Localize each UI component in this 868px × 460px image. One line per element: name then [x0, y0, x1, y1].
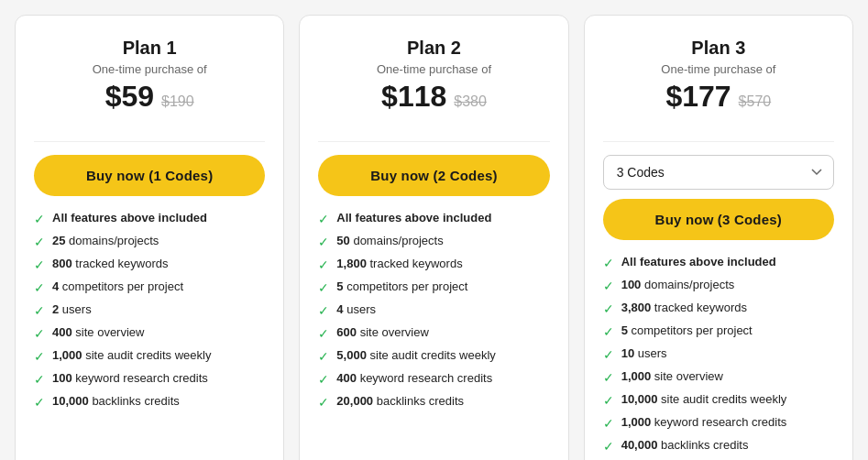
feature-text-plan3-4: 10 users — [621, 346, 667, 360]
plan-header-plan3: Plan 3One-time purchase of$177$570 — [603, 38, 834, 114]
feature-text-plan2-8: 20,000 backlinks credits — [336, 394, 464, 408]
plan-divider-plan1 — [34, 141, 265, 142]
check-icon-plan3-3: ✓ — [603, 324, 614, 339]
feature-item-plan2-0: ✓All features above included — [318, 211, 549, 226]
feature-text-plan1-2: 800 tracked keywords — [52, 257, 168, 270]
check-icon-plan1-6: ✓ — [34, 349, 45, 364]
check-icon-plan1-3: ✓ — [34, 280, 45, 295]
feature-item-plan1-6: ✓1,000 site audit credits weekly — [34, 348, 265, 364]
check-icon-plan1-2: ✓ — [34, 257, 45, 272]
plan-price-row-plan1: $59$190 — [34, 80, 265, 114]
plan-original-price-plan2: $380 — [454, 93, 487, 110]
feature-item-plan2-3: ✓5 competitors per project — [318, 279, 549, 295]
feature-text-plan2-3: 5 competitors per project — [336, 279, 467, 293]
feature-item-plan1-8: ✓10,000 backlinks credits — [34, 394, 265, 410]
check-icon-plan2-8: ✓ — [318, 395, 329, 410]
feature-item-plan3-7: ✓1,000 keyword research credits — [603, 415, 834, 431]
feature-item-plan3-3: ✓5 competitors per project — [603, 323, 834, 339]
plan-price-plan1: $59 — [105, 80, 154, 114]
plan-original-price-plan3: $570 — [739, 93, 772, 110]
codes-selector-plan3[interactable]: 1 Code2 Codes3 Codes — [603, 155, 834, 190]
feature-item-plan1-7: ✓100 keyword research credits — [34, 371, 265, 387]
plan-title-plan3: Plan 3 — [603, 38, 834, 59]
feature-item-plan1-3: ✓4 competitors per project — [34, 279, 265, 295]
feature-text-plan3-5: 1,000 site overview — [621, 369, 723, 383]
buy-button-plan3[interactable]: Buy now (3 Codes) — [603, 199, 834, 240]
buy-button-plan1[interactable]: Buy now (1 Codes) — [34, 155, 265, 196]
features-list-plan1: ✓All features above included✓25 domains/… — [34, 211, 265, 410]
feature-item-plan1-0: ✓All features above included — [34, 211, 265, 226]
plan-subtitle-plan3: One-time purchase of — [603, 62, 834, 76]
plan-subtitle-plan2: One-time purchase of — [318, 62, 549, 76]
check-icon-plan2-2: ✓ — [318, 257, 329, 272]
plan-title-plan2: Plan 2 — [318, 38, 549, 59]
plan-price-plan2: $118 — [381, 80, 446, 114]
feature-text-plan3-6: 10,000 site audit credits weekly — [621, 392, 787, 406]
check-icon-plan1-0: ✓ — [34, 212, 45, 226]
check-icon-plan1-4: ✓ — [34, 303, 45, 318]
plan-price-plan3: $177 — [665, 80, 731, 114]
check-icon-plan2-5: ✓ — [318, 326, 329, 341]
feature-text-plan2-5: 600 site overview — [336, 325, 428, 339]
check-icon-plan3-5: ✓ — [603, 370, 614, 385]
plan-original-price-plan1: $190 — [161, 93, 194, 110]
plan-price-row-plan2: $118$380 — [318, 80, 549, 114]
plan-subtitle-plan1: One-time purchase of — [34, 62, 265, 76]
check-icon-plan3-1: ✓ — [603, 279, 614, 293]
check-icon-plan1-1: ✓ — [34, 235, 45, 249]
feature-text-plan1-4: 2 users — [52, 302, 92, 316]
feature-item-plan3-5: ✓1,000 site overview — [603, 369, 834, 385]
check-icon-plan2-4: ✓ — [318, 303, 329, 318]
plan-card-plan1: Plan 1One-time purchase of$59$190Buy now… — [15, 15, 284, 460]
feature-item-plan3-1: ✓100 domains/projects — [603, 278, 834, 293]
feature-text-plan2-2: 1,800 tracked keywords — [336, 257, 462, 270]
feature-text-plan3-8: 40,000 backlinks credits — [621, 438, 749, 452]
feature-item-plan2-1: ✓50 domains/projects — [318, 234, 549, 249]
feature-text-plan1-5: 400 site overview — [52, 325, 144, 339]
codes-selector-wrap-plan3: 1 Code2 Codes3 Codes — [603, 155, 834, 190]
plan-header-plan1: Plan 1One-time purchase of$59$190 — [34, 38, 265, 114]
feature-item-plan2-5: ✓600 site overview — [318, 325, 549, 341]
feature-text-plan2-6: 5,000 site audit credits weekly — [336, 348, 495, 362]
check-icon-plan1-8: ✓ — [34, 395, 45, 410]
check-icon-plan3-8: ✓ — [603, 439, 614, 454]
feature-text-plan3-7: 1,000 keyword research credits — [621, 415, 787, 429]
plan-header-plan2: Plan 2One-time purchase of$118$380 — [318, 38, 549, 114]
feature-text-plan3-3: 5 competitors per project — [621, 323, 753, 337]
feature-text-plan1-8: 10,000 backlinks credits — [52, 394, 180, 408]
check-icon-plan2-1: ✓ — [318, 235, 329, 249]
check-icon-plan3-4: ✓ — [603, 347, 614, 362]
check-icon-plan3-7: ✓ — [603, 416, 614, 431]
check-icon-plan3-0: ✓ — [603, 256, 614, 270]
feature-text-plan2-1: 50 domains/projects — [336, 234, 443, 247]
plan-card-plan2: Plan 2One-time purchase of$118$380Buy no… — [299, 15, 568, 460]
check-icon-plan2-6: ✓ — [318, 349, 329, 364]
feature-item-plan1-4: ✓2 users — [34, 302, 265, 318]
features-list-plan2: ✓All features above included✓50 domains/… — [318, 211, 549, 410]
feature-text-plan2-7: 400 keyword research credits — [336, 371, 492, 385]
feature-item-plan2-4: ✓4 users — [318, 302, 549, 318]
feature-item-plan3-8: ✓40,000 backlinks credits — [603, 438, 834, 454]
feature-item-plan2-8: ✓20,000 backlinks credits — [318, 394, 549, 410]
feature-item-plan3-2: ✓3,800 tracked keywords — [603, 301, 834, 316]
feature-text-plan3-1: 100 domains/projects — [621, 278, 735, 291]
check-icon-plan3-6: ✓ — [603, 393, 614, 408]
check-icon-plan2-3: ✓ — [318, 280, 329, 295]
plans-container: Plan 1One-time purchase of$59$190Buy now… — [15, 15, 853, 460]
feature-text-plan1-0: All features above included — [52, 211, 207, 225]
plan-divider-plan3 — [603, 141, 834, 142]
feature-text-plan1-3: 4 competitors per project — [52, 279, 183, 293]
feature-item-plan1-2: ✓800 tracked keywords — [34, 257, 265, 272]
feature-text-plan1-6: 1,000 site audit credits weekly — [52, 348, 211, 362]
features-list-plan3: ✓All features above included✓100 domains… — [603, 255, 834, 460]
feature-text-plan3-2: 3,800 tracked keywords — [621, 301, 747, 314]
check-icon-plan1-5: ✓ — [34, 326, 45, 341]
feature-item-plan3-4: ✓10 users — [603, 346, 834, 362]
feature-text-plan3-0: All features above included — [621, 255, 776, 268]
feature-text-plan1-7: 100 keyword research credits — [52, 371, 208, 385]
feature-item-plan2-2: ✓1,800 tracked keywords — [318, 257, 549, 272]
feature-item-plan1-1: ✓25 domains/projects — [34, 234, 265, 249]
buy-button-plan2[interactable]: Buy now (2 Codes) — [318, 155, 549, 196]
plan-divider-plan2 — [318, 141, 549, 142]
check-icon-plan2-7: ✓ — [318, 372, 329, 387]
